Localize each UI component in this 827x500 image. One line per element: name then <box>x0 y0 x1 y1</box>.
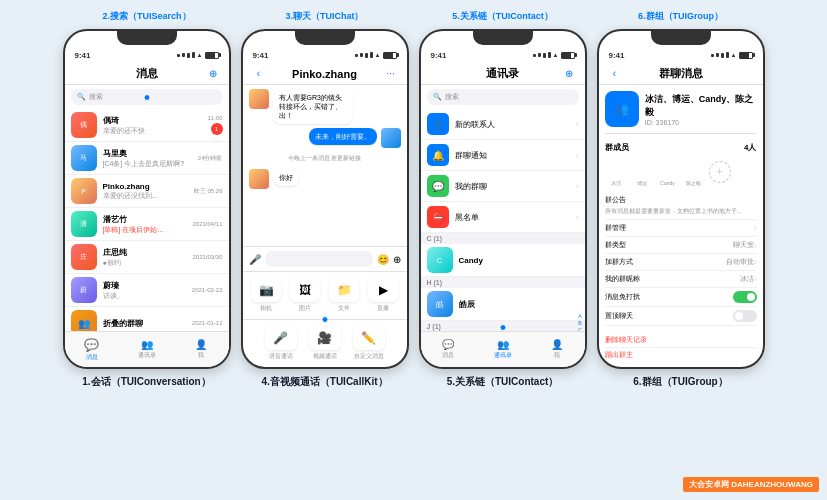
more-btn[interactable]: ⊕ <box>393 254 401 265</box>
nav-right-2[interactable]: ··· <box>383 68 399 79</box>
watermark: 大合安卓网 DAHEANZHOUWANG <box>683 477 819 492</box>
setting-join[interactable]: 加群方式 自动审批 › <box>605 254 757 271</box>
tab-me-1[interactable]: 👤 我 <box>174 332 229 367</box>
item-content-7: 折叠的群聊 <box>103 318 186 329</box>
group-notify-icon: 🔔 <box>427 144 449 166</box>
search-icon-1: 🔍 <box>77 93 86 101</box>
contact-menu-blacklist[interactable]: ⛔ 黑名单 › <box>421 202 585 233</box>
wifi-4: ▲ <box>731 52 737 58</box>
contact-menu-notify[interactable]: 🔔 群聊通知 › <box>421 140 585 171</box>
media-btn-live[interactable]: ▶ 直播 <box>366 278 401 313</box>
media-btn-photo[interactable]: 🖼 图片 <box>288 278 323 313</box>
item-msg-6: 访谈。 <box>103 291 186 301</box>
media-btn-camera[interactable]: 📷 相机 <box>249 278 284 313</box>
delete-history-button[interactable]: 删除聊天记录 <box>605 333 757 348</box>
conv-item-4[interactable]: 潘 潘艺竹 [草稿] 在项目伊始... 2021/04/11 <box>65 208 229 241</box>
tab-msg-icon-1: 💬 <box>84 338 99 352</box>
phone-contacts: 9:41 ▲ 通讯录 ⊕ <box>419 29 587 369</box>
setting-type[interactable]: 群类型 聊天室 › <box>605 237 757 254</box>
exit-group-button[interactable]: 踢出群主 <box>605 348 757 362</box>
setting-management[interactable]: 群管理 › <box>605 220 757 237</box>
tab-me-icon-1: 👤 <box>195 339 207 350</box>
member-avatar-4: 陈 <box>683 157 705 179</box>
tab-me-3[interactable]: 👤 我 <box>530 332 585 367</box>
video-call-label: 视频通话 <box>313 352 337 361</box>
search-bar-3[interactable]: 🔍 搜索 <box>427 89 579 105</box>
signal-4-1 <box>711 54 714 57</box>
nav-1: 消息 ⊕ <box>65 63 229 85</box>
contact-candy[interactable]: C Candy <box>421 244 585 277</box>
custom-msg-btn[interactable]: ✏️ 自定义消息 <box>353 326 385 361</box>
member-avatar-2: 博 <box>631 157 653 179</box>
status-icons-1: ▲ <box>177 52 219 59</box>
label-phone-4: 6.群组（TUIGroup） <box>597 375 765 389</box>
conv-item-2[interactable]: 马 马里奥 [C4条] 今上去是真尼斯啊? 24分钟前 <box>65 142 229 175</box>
conv-item-5[interactable]: 庄 庄思纯 ●假约 2021/03/30 <box>65 241 229 274</box>
item-content-2: 马里奥 [C4条] 今上去是真尼斯啊? <box>103 148 192 169</box>
candy-name: Candy <box>459 256 579 265</box>
signal-3-1 <box>533 54 536 57</box>
section-c: C (1) <box>421 233 585 244</box>
item-content-4: 潘艺竹 [草稿] 在项目伊始... <box>103 214 187 235</box>
notch-1 <box>117 31 177 45</box>
item-time-3: 昨三 05:26 <box>194 187 223 196</box>
signal-4 <box>192 52 195 58</box>
photo-icon: 🖼 <box>290 278 320 302</box>
toggle-pin[interactable] <box>733 310 757 322</box>
contact-haochen[interactable]: 皓 皓辰 <box>421 288 585 321</box>
conv-item-3[interactable]: P Pinko.zhang 亲爱的还没找到... 昨三 05:26 <box>65 175 229 208</box>
annot-6: 6.群组（TUIGroup） <box>597 10 765 23</box>
chat-bubble-2: 未来，刚好需要。 <box>309 128 377 145</box>
contact-menu-mygroup[interactable]: 💬 我的群聊 › <box>421 171 585 202</box>
badge-1: 1 <box>211 123 223 135</box>
conv-item-1[interactable]: 偶 偶琦 亲爱的还不快 11:00 1 <box>65 109 229 142</box>
phone-frame-4: 9:41 ▲ ‹ 群聊消息 <box>597 29 765 369</box>
conv-item-6[interactable]: 蔚 蔚瑧 访谈。 2021-02-22 <box>65 274 229 307</box>
tab-contacts-3[interactable]: 👥 通讯录 <box>475 332 530 367</box>
member-1: 冰 冰洁 <box>605 157 627 186</box>
haochen-name: 皓辰 <box>459 299 579 310</box>
media-btn-file[interactable]: 📁 文件 <box>327 278 362 313</box>
item-time-6: 2021-02-22 <box>192 287 223 293</box>
label-management: 群管理 <box>605 223 755 233</box>
group-name: 冰洁、博运、Candy、陈之毅 <box>645 93 757 119</box>
time-4: 9:41 <box>609 51 625 60</box>
label-contact-main: 5.关系链（TUIContact） <box>447 376 559 387</box>
tab-msg-label-1: 消息 <box>86 353 98 362</box>
chat-content-2: 有人需要GR3的镜头转接环么，买错了、出！ 未来，刚好需要。 今晚上一条消息 差… <box>243 85 407 246</box>
add-member-button[interactable]: + <box>709 161 731 183</box>
voice-toggle[interactable]: 🎤 <box>249 254 261 265</box>
member-avatar-3: C <box>657 157 679 179</box>
signal-2-2 <box>360 53 363 57</box>
tab-messages-3[interactable]: 💬 消息 <box>421 332 476 367</box>
tab-messages-1[interactable]: 💬 消息 <box>65 332 120 367</box>
emoji-btn[interactable]: 😊 <box>377 254 389 265</box>
item-content-3: Pinko.zhang 亲爱的还没找到... <box>103 182 188 201</box>
setting-dnd[interactable]: 消息免打扰 <box>605 288 757 307</box>
battery-2 <box>383 52 397 59</box>
nav-back-2[interactable]: ‹ <box>251 68 267 79</box>
video-call-btn[interactable]: 🎥 视频通话 <box>309 326 341 361</box>
nav-right-3[interactable]: ⊕ <box>561 68 577 79</box>
tab-contacts-1[interactable]: 👥 通讯录 <box>119 332 174 367</box>
nav-back-4[interactable]: ‹ <box>607 68 623 79</box>
toggle-dnd[interactable] <box>733 291 757 303</box>
member-2: 博 博运 <box>631 157 653 186</box>
label-type: 群类型 <box>605 240 734 250</box>
phone-chat: 9:41 ▲ ‹ Pinko.zhang <box>241 29 409 369</box>
members-count: 4人 <box>744 142 756 153</box>
nav-4: ‹ 群聊消息 <box>599 63 763 85</box>
audio-call-btn[interactable]: 🎤 语音通话 <box>265 326 297 361</box>
setting-nickname[interactable]: 我的群昵称 冰洁 › <box>605 271 757 288</box>
audio-call-icon: 🎤 <box>265 326 297 350</box>
contact-menu-new[interactable]: 👤 新的联系人 › <box>421 109 585 140</box>
chat-input[interactable] <box>265 251 373 267</box>
group-info: 冰洁、博运、Candy、陈之毅 ID: 336170 <box>645 93 757 126</box>
nav-right-1[interactable]: ⊕ <box>205 68 221 79</box>
setting-pin[interactable]: 置顶聊天 <box>605 307 757 326</box>
group-actions: 删除聊天记录 踢出群主 <box>605 330 757 365</box>
chat-msg-2: 未来，刚好需要。 <box>249 128 401 148</box>
video-call-icon: 🎥 <box>309 326 341 350</box>
label-pin: 置顶聊天 <box>605 311 733 321</box>
top-annotations: 2.搜索（TUISearch） 3.聊天（TUIChat） 5.关系链（TUIC… <box>8 10 819 23</box>
